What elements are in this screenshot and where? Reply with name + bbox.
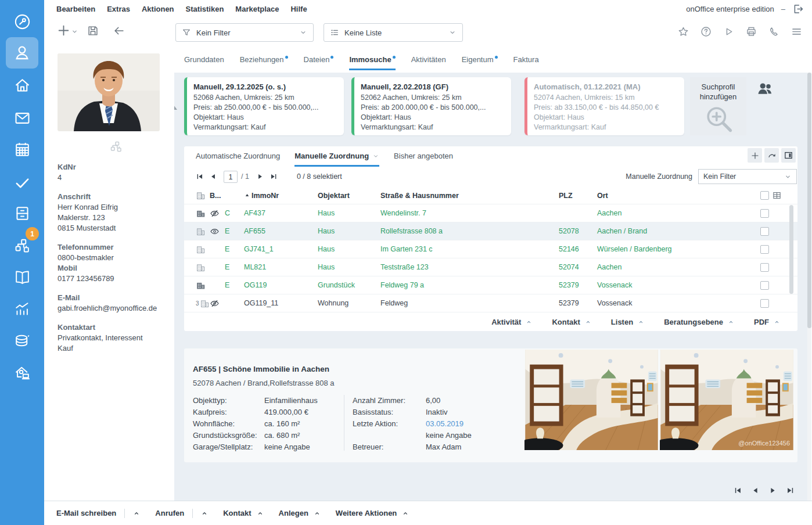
tab-beziehungen[interactable]: Beziehungen xyxy=(240,55,288,70)
table-row[interactable]: E ML821 Haus Teststraße 123 52074 Aachen xyxy=(184,258,797,276)
weitere-aktionen-button[interactable]: Weitere Aktionen xyxy=(336,509,409,517)
add-search-profile-button[interactable]: Suchprofil hinzufügen xyxy=(690,77,746,135)
main-scrollbar[interactable] xyxy=(807,73,811,501)
strasse-link[interactable]: Wendelinstr. 7 xyxy=(380,209,559,217)
first-page-button[interactable] xyxy=(196,172,204,181)
menu-aktionen[interactable]: Aktionen xyxy=(142,5,174,13)
sidebar-item-tasks[interactable] xyxy=(13,174,31,192)
col-immonr[interactable]: ImmoNr xyxy=(244,192,318,200)
menu-statistiken[interactable]: Statistiken xyxy=(186,5,224,13)
immonr-link[interactable]: GJ741_1 xyxy=(244,245,318,253)
sidebar-item-email[interactable] xyxy=(13,109,31,127)
next-page-button[interactable] xyxy=(256,172,264,181)
filter-dropdown[interactable]: Kein Filter xyxy=(175,23,314,42)
eye-off-icon[interactable] xyxy=(210,299,225,308)
next-record-button[interactable] xyxy=(768,486,777,495)
pdf-action[interactable]: PDF xyxy=(754,318,780,326)
aktivitaet-action[interactable]: Aktivität xyxy=(491,318,532,326)
assignment-filter-dropdown[interactable]: Kein Filter xyxy=(698,169,797,184)
last-page-button[interactable] xyxy=(270,172,278,181)
eye-icon[interactable] xyxy=(210,226,225,236)
col-strasse[interactable]: Straße & Hausnummer xyxy=(380,192,559,200)
last-action-date-link[interactable]: 03.05.2019 xyxy=(426,418,464,430)
favorite-button[interactable] xyxy=(677,26,689,38)
main-menu-button[interactable] xyxy=(791,26,803,38)
listen-action[interactable]: Listen xyxy=(611,318,644,326)
menu-hilfe[interactable]: Hilfe xyxy=(290,5,307,13)
col-ort[interactable]: Ort xyxy=(597,192,760,200)
back-button[interactable] xyxy=(113,24,125,37)
search-profile-card-2[interactable]: Manuell, 22.02.2018 (GF) 52062 Aachen, U… xyxy=(351,77,511,135)
email-value[interactable]: gabi.froehlich@myonoffice.de xyxy=(58,303,174,314)
prev-page-button[interactable] xyxy=(209,172,217,181)
select-all-checkbox[interactable] xyxy=(760,191,769,200)
email-options-caret[interactable] xyxy=(133,510,140,517)
sidebar-item-onoffice[interactable] xyxy=(13,364,31,382)
immonr-link[interactable]: OG119_11 xyxy=(244,299,318,307)
menu-marketplace[interactable]: Marketplace xyxy=(235,5,279,13)
first-record-button[interactable] xyxy=(734,486,742,495)
last-record-button[interactable] xyxy=(786,486,795,495)
immonr-link[interactable]: AF655 xyxy=(244,227,318,235)
menu-extras[interactable]: Extras xyxy=(107,5,130,13)
grid-settings-button[interactable] xyxy=(772,190,782,200)
row-checkbox[interactable] xyxy=(760,245,769,254)
sidebar-item-dashboard[interactable] xyxy=(13,13,31,31)
sidebar-item-calendar[interactable] xyxy=(13,141,31,159)
sidebar-item-addressbook[interactable] xyxy=(13,268,31,286)
row-checkbox[interactable] xyxy=(760,209,769,218)
tab-aktivitaeten[interactable]: Aktivitäten xyxy=(411,55,446,70)
sidebar-item-accounting[interactable] xyxy=(13,332,31,350)
anrufen-options-caret[interactable] xyxy=(201,510,208,517)
table-row[interactable]: E OG119 Grundstück Feldweg 79 a 52379 Vo… xyxy=(184,276,797,294)
column-view-button[interactable] xyxy=(781,148,796,163)
strasse-link[interactable]: Feldweg 79 a xyxy=(380,281,559,289)
col-b[interactable]: B... xyxy=(210,192,225,200)
strasse-link[interactable]: Teststraße 123 xyxy=(380,263,559,271)
tab-manuelle-zuordnung[interactable]: Manuelle Zuordnung xyxy=(294,152,379,167)
eye-off-icon[interactable] xyxy=(210,208,225,218)
row-checkbox[interactable] xyxy=(760,263,769,272)
save-button[interactable] xyxy=(87,24,99,37)
immonr-link[interactable]: OG119 xyxy=(244,281,318,289)
add-assignment-button[interactable] xyxy=(748,148,762,163)
tab-faktura[interactable]: Faktura xyxy=(513,55,539,70)
sidebar-item-files[interactable] xyxy=(13,204,31,222)
kontakt-button[interactable]: Kontakt xyxy=(223,509,263,517)
sidebar-item-properties[interactable] xyxy=(13,77,31,95)
table-row[interactable]: C AF437 Haus Wendelinstr. 7 Aachen xyxy=(184,204,797,222)
anrufen-button[interactable]: Anrufen xyxy=(155,509,184,517)
strasse-link[interactable]: Rollefstrasse 808 a xyxy=(380,227,559,235)
logout-button[interactable] xyxy=(792,3,804,15)
phone-button[interactable] xyxy=(768,26,780,38)
col-plz[interactable]: PLZ xyxy=(559,192,597,200)
strasse-link[interactable]: Im Garten 231 c xyxy=(380,245,559,253)
kontakt-action[interactable]: Kontakt xyxy=(552,318,591,326)
row-checkbox[interactable] xyxy=(760,299,769,308)
sidebar-item-contacts[interactable] xyxy=(13,44,31,62)
search-profile-card-1[interactable]: Manuell, 29.12.2025 (o. s.) 52068 Aachen… xyxy=(184,77,344,135)
strasse-link[interactable]: Feldweg xyxy=(380,299,559,307)
tab-dateien[interactable]: Dateien xyxy=(304,55,334,70)
refresh-button[interactable] xyxy=(764,148,779,163)
prev-record-button[interactable] xyxy=(751,486,760,495)
print-button[interactable] xyxy=(745,26,757,38)
search-profile-card-3[interactable]: Automatisch, 01.12.2021 (MA) 52074 Aache… xyxy=(524,77,684,135)
new-record-button[interactable] xyxy=(56,23,71,38)
table-row[interactable]: E AF655 Haus Rollefstrasse 808 a 52078 A… xyxy=(184,222,797,240)
email-schreiben-button[interactable]: E-Mail schreiben xyxy=(56,509,116,517)
tab-eigentum[interactable]: Eigentum xyxy=(462,55,498,70)
table-scrollbar[interactable] xyxy=(789,205,793,294)
sidebar-item-statistics[interactable] xyxy=(13,300,31,318)
page-number-input[interactable]: 1 xyxy=(224,171,238,183)
table-row[interactable]: E GJ741_1 Haus Im Garten 231 c 52146 Wür… xyxy=(184,240,797,258)
row-checkbox[interactable] xyxy=(760,281,769,290)
interested-parties-button[interactable] xyxy=(756,80,774,98)
tutorial-button[interactable] xyxy=(723,26,735,38)
beratungsebene-action[interactable]: Beratungsebene xyxy=(664,318,734,326)
tab-automatische-zuordnung[interactable]: Automatische Zuordnung xyxy=(196,152,280,165)
property-photo-2[interactable]: @onOffice123456 xyxy=(660,350,794,450)
immonr-link[interactable]: AF437 xyxy=(244,209,318,217)
tab-grunddaten[interactable]: Grunddaten xyxy=(184,55,224,70)
contact-photo[interactable] xyxy=(58,53,160,131)
